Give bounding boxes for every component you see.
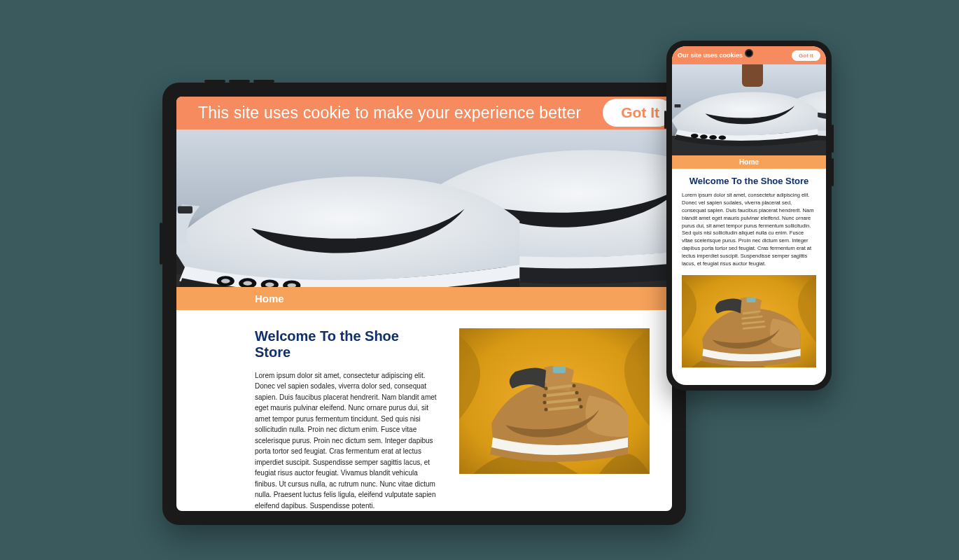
sneaker-hero-icon [672,64,826,155]
svg-point-20 [543,393,547,397]
nav-home-link[interactable]: Home [739,158,759,166]
page-title: Welcome To the Shoe Store [255,328,437,360]
tablet-screen: This site uses cookie to make your exper… [176,97,672,511]
main-content: Welcome To the Shoe Store Lorem ipsum do… [672,169,826,268]
cookie-banner: This site uses cookie to make your exper… [176,97,672,130]
page-title: Welcome To the Shoe Store [682,176,816,186]
body-text: Lorem ipsum dolor sit amet, consectetur … [682,192,816,268]
tablet-top-button [229,80,250,83]
svg-rect-33 [675,104,681,107]
phone-screen: Our site uses cookies Got it [672,46,826,385]
svg-point-8 [243,281,252,285]
nav-home-link[interactable]: Home [255,293,284,304]
svg-point-30 [700,134,708,139]
tablet-top-button [204,80,225,83]
svg-point-29 [691,134,699,138]
phone-side-button [832,125,834,153]
phone-device: Our site uses cookies Got it [666,41,832,391]
phone-side-button [832,158,834,186]
hero-image [672,64,826,155]
nav-bar: Home [176,287,672,310]
cookie-accept-button[interactable]: Got It [603,99,672,127]
svg-point-24 [545,407,548,411]
tablet-top-button [253,80,274,83]
svg-point-25 [580,405,583,408]
svg-rect-35 [747,298,756,302]
phone-side-button [664,111,666,129]
main-content: Welcome To the Shoe Store Lorem ipsum do… [176,310,672,512]
tan-sneaker-icon [682,275,816,368]
svg-point-9 [265,282,274,286]
svg-point-7 [221,279,230,283]
cookie-message: This site uses cookie to make your exper… [176,104,603,122]
svg-point-19 [573,384,576,387]
svg-rect-11 [178,206,192,214]
sneaker-hero-icon [176,130,672,287]
cookie-message: Our site uses cookies [678,52,743,59]
hero-image [176,130,672,287]
svg-point-18 [545,386,548,390]
tan-sneaker-icon [459,328,650,474]
svg-point-21 [575,391,579,394]
svg-point-22 [543,400,547,404]
phone-camera-icon [745,49,753,57]
tablet-side-button [160,223,162,265]
svg-point-23 [578,398,582,401]
tablet-device: This site uses cookie to make your exper… [162,83,686,525]
nav-bar: Home [672,155,826,169]
svg-rect-28 [742,64,763,87]
body-text: Lorem ipsum dolor sit amet, consectetur … [255,370,437,512]
cookie-accept-button[interactable]: Got it [792,50,820,61]
svg-point-31 [709,135,717,139]
product-image [459,328,650,474]
svg-rect-13 [553,366,566,373]
product-image [682,275,816,368]
svg-point-32 [719,136,727,140]
